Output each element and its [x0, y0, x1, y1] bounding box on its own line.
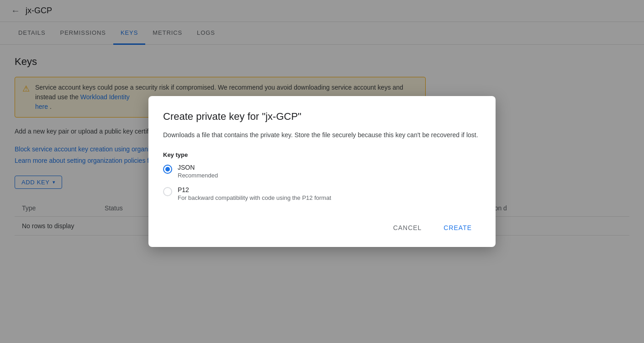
create-key-dialog: Create private key for "jx-GCP" Download… — [148, 96, 496, 247]
p12-label-group: P12 For backward compatibility with code… — [178, 186, 331, 201]
page-background: ← jx-GCP DETAILS PERMISSIONS KEYS METRIC… — [0, 0, 644, 343]
cancel-button[interactable]: CANCEL — [384, 220, 431, 236]
dialog-title: Create private key for "jx-GCP" — [163, 111, 481, 123]
p12-radio-option[interactable]: P12 For backward compatibility with code… — [163, 186, 481, 201]
json-sublabel: Recommended — [178, 172, 218, 179]
json-label-group: JSON Recommended — [178, 164, 218, 179]
key-type-label: Key type — [163, 151, 481, 158]
dialog-actions: CANCEL CREATE — [163, 220, 481, 236]
json-radio-button[interactable] — [163, 165, 172, 174]
p12-sublabel: For backward compatibility with code usi… — [178, 194, 331, 201]
dialog-description: Downloads a file that contains the priva… — [163, 130, 481, 140]
json-label: JSON — [178, 164, 218, 171]
modal-overlay: Create private key for "jx-GCP" Download… — [0, 0, 644, 343]
create-button[interactable]: CREATE — [434, 220, 481, 236]
p12-radio-button[interactable] — [163, 187, 172, 196]
p12-label: P12 — [178, 186, 331, 193]
json-radio-option[interactable]: JSON Recommended — [163, 164, 481, 179]
